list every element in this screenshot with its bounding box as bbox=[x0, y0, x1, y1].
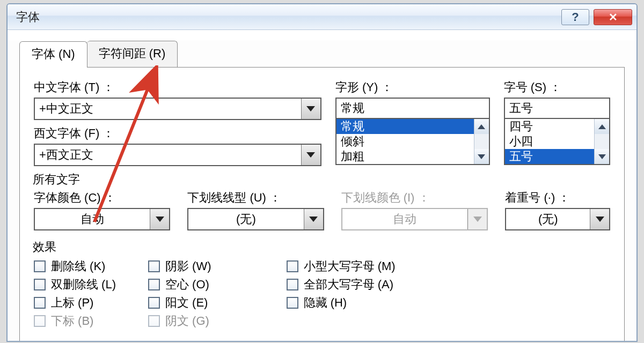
listbox-size[interactable]: 四号 小四 五号 bbox=[504, 118, 610, 165]
check-label: 空心 (O) bbox=[165, 277, 209, 293]
window-title: 字体 bbox=[16, 9, 40, 25]
chevron-down-icon bbox=[309, 217, 318, 222]
cn-font-dropdown-button[interactable] bbox=[301, 99, 320, 119]
checkbox-icon bbox=[34, 260, 46, 272]
titlebar: 字体 ? ✕ bbox=[8, 4, 636, 30]
dropdown-font-color[interactable]: 自动 bbox=[34, 208, 170, 230]
col-size: 字号 (S) ： 五号 四号 小四 五号 bbox=[504, 79, 610, 165]
dd-underline-style: 下划线线型 (U) ： (无) bbox=[187, 190, 324, 230]
listbox-style[interactable]: 常规 倾斜 加粗 bbox=[335, 118, 490, 165]
label-font-color: 字体颜色 (C) ： bbox=[34, 190, 170, 206]
tab-strip: 字体 (N) 字符间距 (R) bbox=[19, 41, 625, 67]
size-option[interactable]: 小四 bbox=[505, 134, 594, 149]
underline-color-value: 自动 bbox=[342, 209, 468, 229]
check-strikethrough[interactable]: 删除线 (K) bbox=[34, 258, 116, 274]
cn-font-value: +中文正文 bbox=[39, 101, 301, 117]
dd-font-color: 字体颜色 (C) ： 自动 bbox=[34, 190, 170, 230]
section-all-text: 所有文字 bbox=[33, 172, 610, 188]
check-label: 下标 (B) bbox=[51, 313, 93, 329]
check-subscript[interactable]: 下标 (B) bbox=[34, 313, 116, 329]
input-size[interactable]: 五号 bbox=[504, 98, 610, 119]
check-shadow[interactable]: 阴影 (W) bbox=[148, 258, 211, 274]
label-size: 字号 (S) ： bbox=[504, 79, 610, 95]
check-small-caps[interactable]: 小型大写字母 (M) bbox=[287, 258, 396, 274]
tab-font[interactable]: 字体 (N) bbox=[19, 41, 87, 68]
checkbox-icon bbox=[148, 279, 160, 290]
effects-grid: 删除线 (K) 双删除线 (L) 上标 (P) 下标 (B) 阴影 (W) 空心… bbox=[34, 258, 610, 329]
check-emboss[interactable]: 阳文 (E) bbox=[148, 295, 211, 311]
check-label: 全部大写字母 (A) bbox=[304, 277, 393, 293]
chevron-down-icon bbox=[306, 106, 315, 111]
checkbox-icon bbox=[148, 315, 160, 327]
help-button[interactable]: ? bbox=[561, 9, 589, 25]
scroll-down-icon[interactable] bbox=[595, 149, 609, 164]
checkbox-icon bbox=[148, 260, 160, 272]
check-label: 阴文 (G) bbox=[165, 313, 209, 329]
dd-underline-color: 下划线颜色 (I) ： 自动 bbox=[341, 190, 488, 230]
style-option[interactable]: 倾斜 bbox=[336, 134, 474, 149]
size-option[interactable]: 五号 bbox=[505, 149, 594, 164]
checkbox-icon bbox=[287, 279, 298, 290]
size-scrollbar[interactable] bbox=[594, 119, 609, 164]
effects-col-2: 阴影 (W) 空心 (O) 阳文 (E) 阴文 (G) bbox=[148, 258, 211, 329]
underline-style-value: (无) bbox=[188, 209, 303, 229]
font-dialog: 字体 ? ✕ 字体 (N) 字符间距 (R) bbox=[6, 3, 638, 342]
chevron-down-icon bbox=[473, 217, 482, 222]
effects-col-3: 小型大写字母 (M) 全部大写字母 (A) 隐藏 (H) bbox=[287, 258, 396, 329]
label-underline-style: 下划线线型 (U) ： bbox=[187, 190, 324, 206]
font-panel: 中文字体 (T) ： +中文正文 西文字体 (F) ： +西文正文 字形 (Y)… bbox=[19, 67, 625, 342]
style-scrollbar[interactable] bbox=[474, 119, 489, 164]
dropdown-underline-color: 自动 bbox=[341, 208, 488, 230]
window-buttons: ? ✕ bbox=[561, 9, 632, 25]
emphasis-btn[interactable] bbox=[590, 209, 609, 229]
combo-en-font[interactable]: +西文正文 bbox=[34, 144, 321, 166]
chevron-down-icon bbox=[306, 152, 315, 158]
effects-col-1: 删除线 (K) 双删除线 (L) 上标 (P) 下标 (B) bbox=[34, 258, 116, 329]
check-label: 小型大写字母 (M) bbox=[304, 258, 396, 274]
chevron-down-icon bbox=[156, 217, 164, 222]
dropdown-underline-style[interactable]: (无) bbox=[187, 208, 324, 230]
en-font-dropdown-button[interactable] bbox=[301, 145, 320, 165]
close-icon: ✕ bbox=[609, 11, 618, 24]
checkbox-icon bbox=[34, 315, 46, 327]
dialog-content: 字体 (N) 字符间距 (R) 中文字体 (T) ： +中文正文 bbox=[8, 41, 636, 342]
col-font-names: 中文字体 (T) ： +中文正文 西文字体 (F) ： +西文正文 bbox=[34, 79, 321, 166]
check-outline[interactable]: 空心 (O) bbox=[148, 277, 211, 293]
font-color-value: 自动 bbox=[35, 209, 150, 229]
underline-style-btn[interactable] bbox=[304, 209, 323, 229]
check-label: 双删除线 (L) bbox=[51, 277, 116, 293]
close-button[interactable]: ✕ bbox=[594, 9, 632, 25]
check-hidden[interactable]: 隐藏 (H) bbox=[287, 295, 396, 311]
style-option[interactable]: 加粗 bbox=[336, 149, 474, 164]
check-label: 上标 (P) bbox=[51, 295, 93, 311]
section-effects: 效果 bbox=[33, 239, 610, 255]
size-option[interactable]: 四号 bbox=[505, 119, 594, 134]
underline-color-btn bbox=[467, 209, 487, 229]
checkbox-icon bbox=[287, 297, 298, 309]
check-label: 阴影 (W) bbox=[165, 258, 211, 274]
scroll-up-icon[interactable] bbox=[474, 119, 489, 134]
check-double-strikethrough[interactable]: 双删除线 (L) bbox=[34, 277, 116, 293]
check-superscript[interactable]: 上标 (P) bbox=[34, 295, 116, 311]
dropdown-emphasis[interactable]: (无) bbox=[505, 208, 610, 230]
input-style[interactable]: 常规 bbox=[335, 98, 490, 119]
scroll-down-icon[interactable] bbox=[474, 149, 489, 164]
en-font-value: +西文正文 bbox=[39, 147, 301, 163]
row-fonts: 中文字体 (T) ： +中文正文 西文字体 (F) ： +西文正文 字形 (Y)… bbox=[34, 79, 610, 166]
label-style: 字形 (Y) ： bbox=[335, 79, 490, 95]
scroll-up-icon[interactable] bbox=[595, 119, 609, 134]
check-all-caps[interactable]: 全部大写字母 (A) bbox=[287, 277, 396, 293]
style-value: 常规 bbox=[336, 99, 489, 118]
checkbox-icon bbox=[287, 260, 298, 272]
tab-char-spacing[interactable]: 字符间距 (R) bbox=[87, 41, 178, 67]
check-engrave[interactable]: 阴文 (G) bbox=[148, 313, 211, 329]
font-color-btn[interactable] bbox=[150, 209, 169, 229]
checkbox-icon bbox=[148, 297, 160, 309]
emphasis-value: (无) bbox=[506, 209, 590, 229]
label-en-font: 西文字体 (F) ： bbox=[34, 125, 321, 141]
style-option[interactable]: 常规 bbox=[336, 119, 474, 134]
combo-cn-font[interactable]: +中文正文 bbox=[34, 98, 321, 120]
checkbox-icon bbox=[34, 279, 46, 290]
chevron-down-icon bbox=[596, 217, 604, 222]
size-value: 五号 bbox=[505, 99, 609, 118]
